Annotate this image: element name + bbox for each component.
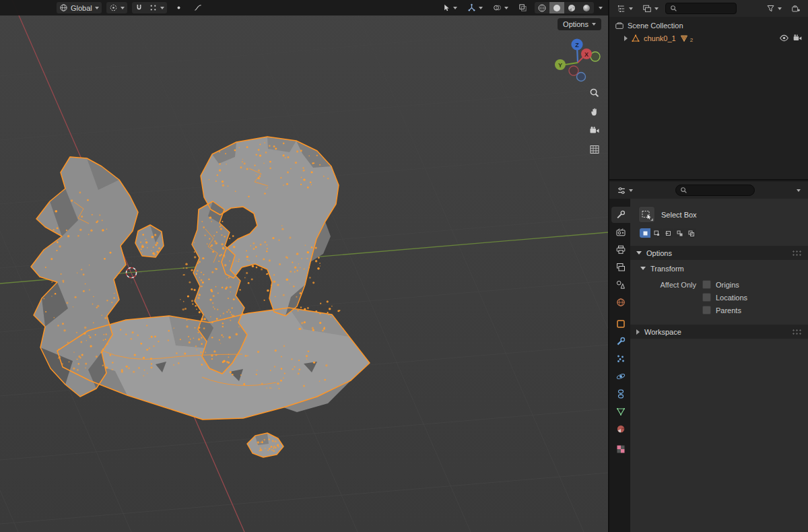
options-section-header[interactable]: Options (630, 246, 808, 260)
parents-checkbox[interactable] (702, 306, 711, 314)
orientation-globe-icon (59, 3, 68, 12)
orthographic-toggle-button[interactable] (587, 142, 602, 157)
tab-render[interactable] (611, 224, 630, 240)
expand-caret-icon[interactable] (624, 36, 628, 41)
properties-options-dropdown[interactable] (794, 185, 803, 196)
xray-icon (518, 3, 527, 12)
collection-icon (615, 21, 624, 30)
panel-grip-handle[interactable] (792, 250, 802, 256)
overlays-dropdown[interactable] (490, 2, 511, 13)
viewport-3d[interactable]: Global (0, 0, 608, 532)
outliner-search[interactable] (665, 3, 737, 14)
tab-physics[interactable] (611, 368, 630, 385)
chevron-down-icon (629, 7, 633, 10)
transform-subsection-header[interactable]: Transform (630, 261, 808, 275)
gizmo-axis-neg-x[interactable] (569, 66, 578, 75)
constraints-icon (615, 389, 626, 399)
select-mode-new[interactable] (640, 228, 650, 238)
shading-material-button[interactable] (564, 2, 579, 13)
select-mode-intersect[interactable] (685, 228, 696, 238)
tab-world[interactable] (611, 294, 630, 310)
select-mode-extend[interactable] (651, 228, 662, 238)
scene-icon (615, 279, 626, 290)
texture-icon (615, 444, 626, 455)
gizmo-axis-neg-z[interactable] (577, 73, 586, 81)
physics-icon (615, 371, 626, 382)
new-collection-button[interactable] (788, 3, 803, 14)
active-tool-button[interactable] (638, 206, 655, 223)
select-mode-subtract[interactable] (663, 228, 673, 238)
proportional-falloff-dropdown[interactable] (191, 2, 205, 13)
outliner-editor-icon (617, 4, 626, 13)
tab-object[interactable] (611, 316, 630, 332)
tool-settings-panel: Select Box (630, 199, 808, 532)
workspace-section-header[interactable]: Workspace (630, 325, 808, 339)
editor-type-outliner-button[interactable] (614, 3, 636, 14)
outliner-search-input[interactable] (680, 5, 732, 13)
outliner-row-chunk0_1[interactable]: chunk0_1 2 (609, 32, 808, 44)
overlays-icon (493, 3, 502, 12)
navigation-gizmo[interactable]: Z X Y (543, 34, 605, 86)
tool-icon (615, 209, 626, 220)
camera-view-button[interactable] (587, 123, 602, 138)
tab-object-data[interactable] (611, 403, 630, 420)
camera-icon (589, 125, 600, 136)
zoom-button[interactable] (587, 86, 602, 100)
tab-output[interactable] (611, 242, 630, 258)
display-mode-icon (642, 4, 652, 13)
chevron-down-icon (629, 189, 633, 192)
shading-dropdown-chevron[interactable] (599, 7, 603, 9)
snap-target-dropdown[interactable] (146, 2, 167, 13)
tab-texture[interactable] (611, 441, 630, 457)
tab-tool[interactable] (611, 207, 630, 223)
chevron-down-icon (95, 7, 99, 9)
pivot-point-dropdown[interactable] (106, 2, 127, 13)
editor-type-properties-button[interactable] (614, 185, 636, 196)
tab-constraints[interactable] (611, 386, 630, 402)
properties-search[interactable] (675, 185, 755, 196)
disable-in-renders-camera-icon[interactable] (793, 33, 803, 43)
shading-wireframe-button[interactable] (535, 2, 549, 13)
object-type-visibility-dropdown[interactable] (439, 2, 460, 13)
object-name-label: chunk0_1 (644, 34, 676, 42)
viewport-options-button[interactable]: Options (558, 18, 601, 30)
outliner-row-scene-collection[interactable]: Scene Collection (609, 19, 808, 32)
properties-tab-strip (609, 199, 630, 532)
gizmo-z-label: Z (575, 42, 579, 48)
shading-solid-button[interactable] (549, 2, 564, 13)
shading-mode-group (535, 2, 594, 13)
tab-material[interactable] (611, 421, 630, 437)
locations-checkbox[interactable] (702, 293, 711, 302)
snap-magnet-icon (135, 3, 143, 12)
viewport-canvas[interactable] (0, 0, 608, 532)
tab-scene[interactable] (611, 277, 630, 293)
tab-particles[interactable] (611, 351, 630, 367)
caret-down-icon (636, 251, 642, 255)
snap-toggle-button[interactable] (132, 2, 146, 13)
xray-toggle[interactable] (516, 2, 530, 13)
display-mode-dropdown[interactable] (640, 3, 661, 14)
gizmo-axis-neg-y[interactable] (591, 52, 600, 61)
tab-modifiers[interactable] (611, 333, 630, 350)
select-mode-invert[interactable] (674, 228, 685, 238)
properties-search-input[interactable] (690, 187, 750, 195)
hide-toggle-eye-icon[interactable] (779, 33, 789, 43)
options-section-label: Options (646, 249, 672, 257)
panel-grip-handle[interactable] (792, 329, 802, 335)
shading-rendered-button[interactable] (579, 2, 594, 13)
outliner: Scene Collection chunk0_1 2 (609, 0, 808, 180)
wrench-icon (615, 336, 626, 347)
pan-button[interactable] (587, 104, 602, 119)
gizmos-dropdown[interactable] (465, 2, 485, 13)
outliner-header (609, 0, 808, 17)
mesh-chunk0_1[interactable] (31, 137, 370, 457)
filter-dropdown[interactable] (764, 3, 784, 14)
options-label: Options (563, 20, 588, 28)
transform-orientation-dropdown[interactable]: Global (57, 2, 102, 13)
properties-header (609, 182, 808, 199)
tab-view-layer[interactable] (611, 259, 630, 275)
chevron-down-icon (453, 7, 457, 9)
origins-checkbox[interactable] (702, 280, 711, 289)
proportional-editing-toggle[interactable] (172, 2, 186, 13)
scene-collection-label: Scene Collection (628, 22, 683, 30)
